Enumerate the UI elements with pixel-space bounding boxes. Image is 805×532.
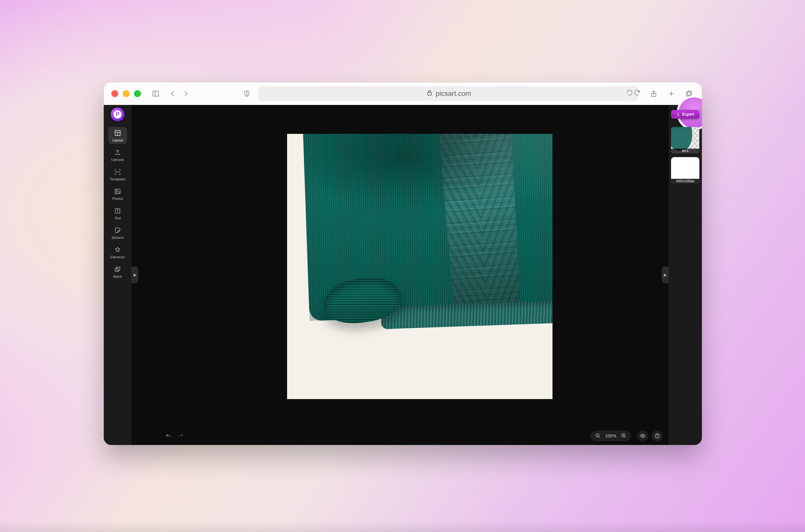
rail-item-label: Batch <box>113 274 122 279</box>
svg-rect-14 <box>115 268 118 271</box>
privacy-shield-icon[interactable] <box>241 88 252 99</box>
reload-icon[interactable] <box>626 89 633 98</box>
layer-thumb-image[interactable]: MV4 <box>671 127 699 153</box>
zoom-in-button[interactable] <box>621 433 626 439</box>
layers-panel: MV4 1080x1080px <box>671 127 699 184</box>
rail-item-label: Templates <box>110 177 126 181</box>
history-controls <box>165 433 184 440</box>
new-tab-button[interactable] <box>666 88 677 99</box>
redo-button[interactable] <box>177 433 184 440</box>
rail-item-stickers[interactable]: Stickers <box>108 224 127 241</box>
layer-thumb-background[interactable]: 1080x1080px <box>671 157 699 184</box>
rail-item-text[interactable]: Text <box>108 205 127 222</box>
export-button[interactable]: Export <box>671 110 699 119</box>
sidebar-toggle-button[interactable] <box>150 88 161 99</box>
help-button[interactable] <box>652 431 663 441</box>
svg-rect-15 <box>116 267 120 270</box>
picsart-logo[interactable]: P <box>111 108 125 121</box>
rail-item-layout[interactable]: Layout <box>108 127 127 144</box>
rail-item-label: Stickers <box>111 236 124 240</box>
svg-point-25 <box>657 437 657 437</box>
rail-item-label: Layout <box>112 138 123 142</box>
svg-rect-0 <box>153 91 159 96</box>
rail-item-label: Uploads <box>111 158 124 162</box>
svg-point-23 <box>642 435 644 437</box>
preview-toggle-button[interactable] <box>637 431 648 441</box>
rail-item-label: Text <box>114 216 121 220</box>
window-controls <box>111 90 141 97</box>
nav-forward-button[interactable] <box>181 88 191 99</box>
rail-item-uploads[interactable]: Uploads <box>108 147 127 164</box>
svg-rect-11 <box>115 189 121 194</box>
window-zoom-button[interactable] <box>134 90 141 97</box>
right-column: Export MV4 1080x1080px <box>669 105 702 445</box>
canvas[interactable] <box>287 134 552 399</box>
zoom-level-text: 100% <box>605 433 616 438</box>
layer-caption: 1080x1080px <box>671 179 699 184</box>
right-panel-toggle[interactable]: ▶ <box>662 266 669 283</box>
url-bar[interactable]: picsart.com <box>258 87 638 101</box>
svg-line-18 <box>599 436 600 437</box>
nav-back-button[interactable] <box>167 88 178 99</box>
undo-button[interactable] <box>165 433 172 440</box>
picsart-editor: P Layout Uploads Templates Photos Text <box>104 105 702 445</box>
window-minimize-button[interactable] <box>123 90 130 97</box>
window-close-button[interactable] <box>111 90 118 97</box>
zoom-controls: 100% <box>590 431 631 441</box>
left-panel-toggle[interactable]: ▶ <box>131 266 139 283</box>
export-button-label: Export <box>682 112 694 117</box>
svg-rect-6 <box>688 91 692 95</box>
rail-item-batch[interactable]: Batch <box>108 263 127 280</box>
rail-item-elements[interactable]: Elements <box>108 244 127 261</box>
view-extra-controls <box>637 431 663 441</box>
rail-item-label: Elements <box>110 255 125 259</box>
share-button[interactable] <box>648 88 659 99</box>
svg-point-12 <box>116 190 117 191</box>
lock-icon <box>426 89 433 98</box>
rail-item-label: Photos <box>112 197 123 201</box>
browser-chrome: picsart.com <box>104 82 702 105</box>
url-host-text: picsart.com <box>436 90 471 98</box>
svg-rect-2 <box>428 92 432 95</box>
rail-item-photos[interactable]: Photos <box>108 185 127 202</box>
canvas-area: 100% <box>131 105 669 445</box>
safari-window: picsart.com P Layout <box>104 82 702 445</box>
layer-caption: MV4 <box>671 149 699 153</box>
svg-rect-7 <box>687 92 691 96</box>
svg-line-22 <box>624 436 625 437</box>
zoom-out-button[interactable] <box>595 433 601 439</box>
canvas-photo-teal-sweater <box>287 134 552 399</box>
left-tool-rail: P Layout Uploads Templates Photos Text <box>104 105 131 445</box>
rail-item-templates[interactable]: Templates <box>108 166 127 183</box>
